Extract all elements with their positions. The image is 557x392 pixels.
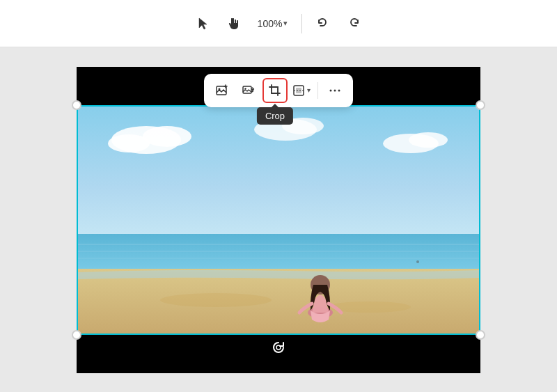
img-tool-divider: [317, 82, 318, 99]
svg-point-5: [282, 118, 324, 134]
crop-button[interactable]: Crop: [262, 78, 288, 103]
svg-point-28: [330, 89, 332, 91]
canvas-area: Crop ▾: [0, 47, 557, 392]
select-tool-button[interactable]: [191, 11, 216, 36]
chevron-down-icon: ▾: [283, 19, 288, 28]
top-toolbar: 100% ▾: [0, 0, 557, 47]
handle-bottom-left[interactable]: [72, 330, 81, 340]
svg-point-13: [160, 293, 272, 307]
pan-tool-button[interactable]: [221, 11, 246, 36]
handle-bottom-right[interactable]: [476, 330, 485, 340]
handle-top-left[interactable]: [72, 100, 81, 110]
redo-button[interactable]: [341, 11, 366, 36]
svg-point-7: [409, 132, 448, 148]
image-area[interactable]: [77, 105, 480, 335]
more-options-button[interactable]: [322, 78, 347, 103]
add-image-button[interactable]: [210, 78, 235, 103]
image-toolbar: Crop ▾: [204, 74, 353, 107]
svg-rect-25: [272, 87, 278, 93]
svg-point-2: [143, 126, 191, 147]
handle-top-right[interactable]: [476, 100, 485, 110]
reset-button[interactable]: [270, 340, 287, 361]
svg-point-18: [276, 345, 281, 350]
mask-button[interactable]: ▾: [289, 78, 313, 103]
undo-button[interactable]: [311, 11, 336, 36]
beach-image: [77, 105, 480, 335]
svg-point-30: [338, 89, 340, 91]
svg-point-17: [416, 260, 419, 263]
slide-canvas: Crop ▾: [77, 67, 480, 373]
black-bar-bottom: [77, 335, 480, 373]
zoom-value: 100%: [258, 18, 283, 29]
toolbar-divider: [301, 14, 302, 33]
zoom-selector[interactable]: 100% ▾: [252, 15, 294, 32]
mask-chevron-icon: ▾: [307, 86, 311, 94]
svg-point-24: [244, 88, 246, 89]
replace-image-button[interactable]: [236, 78, 261, 103]
svg-point-3: [108, 134, 150, 152]
svg-rect-23: [243, 86, 251, 93]
svg-point-29: [334, 89, 336, 91]
